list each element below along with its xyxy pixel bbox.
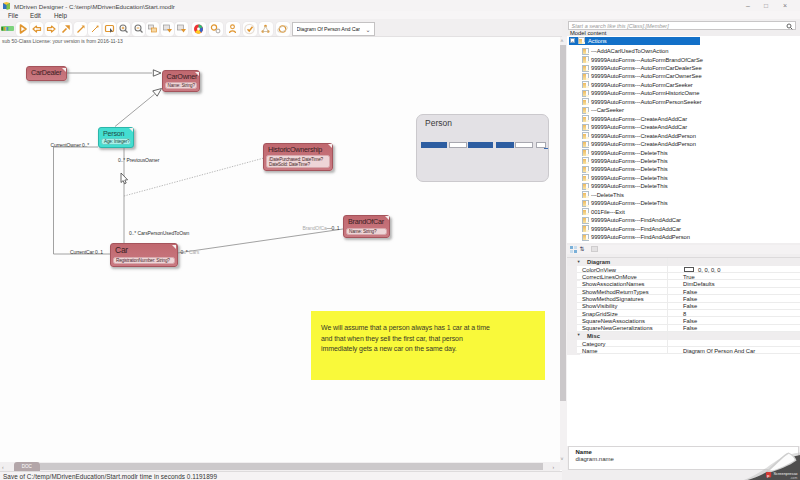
- svg-text:.com: .com: [790, 476, 797, 480]
